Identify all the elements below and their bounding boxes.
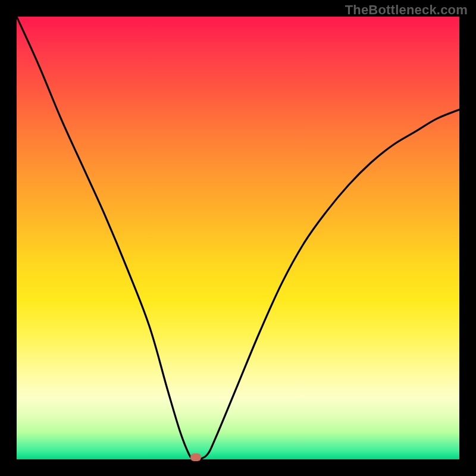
min-point-marker <box>190 453 201 461</box>
bottleneck-curve <box>17 17 459 459</box>
chart-frame: TheBottleneck.com <box>0 0 476 476</box>
watermark-text: TheBottleneck.com <box>345 2 468 18</box>
plot-area <box>17 17 459 459</box>
